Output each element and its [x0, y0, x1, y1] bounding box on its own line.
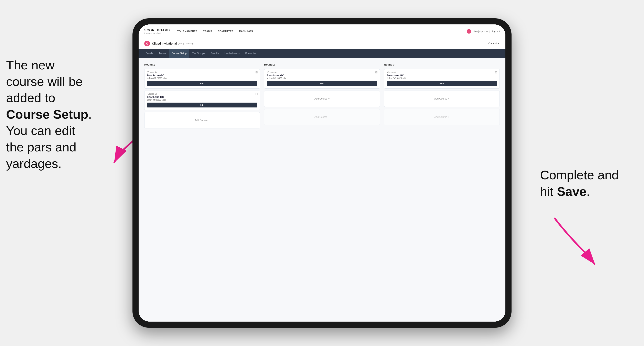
nav-pipe: |	[489, 30, 490, 32]
round-2-course-a-delete-icon[interactable]: ⊡	[375, 71, 378, 74]
round-2-add-course-icon: +	[328, 97, 330, 100]
tablet-screen: SCOREBOARD Powered by clippd TOURNAMENTS…	[138, 24, 506, 322]
nav-links: TOURNAMENTS TEAMS COMMITTEE RANKINGS	[177, 29, 467, 34]
user-email: blair@clippd.io	[473, 30, 488, 32]
tournament-status: Hosting	[186, 42, 194, 45]
nav-link-rankings[interactable]: RANKINGS	[239, 29, 253, 34]
round-2-add-course-disabled-button: Add Course +	[264, 109, 380, 125]
round-3-add-course-label: Add Course	[434, 97, 447, 100]
round-1-title: Round 1	[144, 63, 260, 66]
course-a-label: (Course A)	[147, 71, 258, 73]
cancel-label: Cancel	[488, 42, 497, 45]
tournament-type: (Men)	[178, 42, 184, 45]
round-2-add-course-label: Add Course	[314, 97, 327, 100]
round-3-add-course-button[interactable]: Add Course +	[384, 91, 500, 107]
tablet-device: SCOREBOARD Powered by clippd TOURNAMENTS…	[132, 18, 512, 328]
round-3-course-a-card: ⊡ (Course A) Peachtree GC Yellow (M) (66…	[384, 69, 500, 89]
tab-results[interactable]: Results	[208, 49, 222, 58]
annotation-right: Complete and hit Save.	[540, 167, 638, 200]
tab-tee-groups[interactable]: Tee Groups	[189, 49, 208, 58]
nav-link-committee[interactable]: COMMITTEE	[218, 29, 234, 34]
user-avatar	[467, 29, 471, 34]
tab-course-setup[interactable]: Course Setup	[169, 49, 189, 58]
round-3-course-a-tee: Yellow (M) (6629 yds)	[386, 77, 497, 79]
nav-link-tournaments[interactable]: TOURNAMENTS	[177, 29, 198, 34]
round-2-course-a-name: Peachtree GC	[267, 74, 377, 77]
round-3-title: Round 3	[384, 63, 500, 66]
tournament-name: Clippd Invitational	[152, 42, 177, 45]
round-1-course-a-card: ⊡ (Course A) Peachtree GC Yellow (M) (66…	[144, 69, 260, 89]
top-nav: SCOREBOARD Powered by clippd TOURNAMENTS…	[138, 24, 506, 38]
round-2-course-a-tee: Yellow (M) (6629 yds)	[267, 77, 377, 79]
round-3-column: Round 3 ⊡ (Course A) Peachtree GC Yellow…	[384, 63, 500, 317]
round-2-title: Round 2	[264, 63, 380, 66]
course-b-tee: Black (M) (6891 yds)	[147, 99, 258, 101]
tab-printables[interactable]: Printables	[242, 49, 259, 58]
rounds-grid: Round 1 ⊡ (Course A) Peachtree GC Yellow…	[144, 63, 500, 317]
add-course-icon: +	[208, 119, 210, 122]
cancel-button[interactable]: Cancel ✕	[488, 42, 500, 45]
round-2-add-course-button[interactable]: Add Course +	[264, 91, 380, 107]
course-a-edit-button[interactable]: Edit	[147, 81, 258, 86]
round-1-add-course-button[interactable]: Add Course +	[144, 112, 260, 128]
round-2-add-course-disabled-icon: +	[328, 116, 330, 119]
round-3-course-a-name: Peachtree GC	[386, 74, 497, 77]
round-2-course-a-label: (Course A)	[267, 71, 377, 73]
course-b-edit-button[interactable]: Edit	[147, 103, 258, 107]
nav-right: blair@clippd.io | Sign out	[467, 29, 500, 34]
round-3-add-course-disabled-icon: +	[448, 116, 449, 119]
course-a-name: Peachtree GC	[147, 74, 258, 77]
tab-nav: Details Teams Course Setup Tee Groups Re…	[138, 49, 506, 58]
tournament-bar: C Clippd Invitational (Men) Hosting Canc…	[138, 38, 506, 49]
arrow-right-icon	[542, 214, 607, 271]
main-content: Round 1 ⊡ (Course A) Peachtree GC Yellow…	[138, 58, 506, 322]
round-1-course-b-card: ⊡ (Course B) East Lake GC Black (M) (689…	[144, 91, 260, 110]
round-3-add-course-disabled-button: Add Course +	[384, 109, 500, 125]
round-1-column: Round 1 ⊡ (Course A) Peachtree GC Yellow…	[144, 63, 260, 317]
round-3-course-a-edit-button[interactable]: Edit	[386, 81, 497, 86]
round-2-add-course-disabled-label: Add Course	[314, 116, 327, 119]
round-3-add-course-icon: +	[448, 97, 449, 100]
tab-details[interactable]: Details	[143, 49, 156, 58]
sign-out-link[interactable]: Sign out	[492, 30, 500, 32]
course-b-delete-icon[interactable]: ⊡	[255, 92, 258, 95]
course-b-name: East Lake GC	[147, 95, 258, 99]
tournament-logo: C	[144, 41, 150, 46]
round-2-course-a-card: ⊡ (Course A) Peachtree GC Yellow (M) (66…	[264, 69, 380, 89]
annotation-left: The new course will be added to Course S…	[6, 57, 124, 172]
course-b-label: (Course B)	[147, 93, 258, 95]
round-2-course-a-edit-button[interactable]: Edit	[267, 81, 377, 86]
round-3-add-course-disabled-label: Add Course	[434, 116, 447, 119]
tab-teams[interactable]: Teams	[156, 49, 169, 58]
brand: SCOREBOARD Powered by clippd	[144, 28, 170, 34]
course-a-delete-icon[interactable]: ⊡	[255, 71, 258, 74]
nav-link-teams[interactable]: TEAMS	[203, 29, 212, 34]
course-a-tee: Yellow (M) (6629 yds)	[147, 77, 258, 79]
cancel-icon: ✕	[498, 42, 500, 45]
brand-title: SCOREBOARD	[144, 28, 170, 32]
round-2-column: Round 2 ⊡ (Course A) Peachtree GC Yellow…	[264, 63, 380, 317]
tab-leaderboards[interactable]: Leaderboards	[222, 49, 242, 58]
round-3-course-a-delete-icon[interactable]: ⊡	[495, 71, 498, 74]
add-course-label: Add Course	[195, 119, 208, 122]
round-3-course-a-label: (Course A)	[386, 71, 497, 73]
brand-subtitle: Powered by clippd	[144, 32, 170, 34]
